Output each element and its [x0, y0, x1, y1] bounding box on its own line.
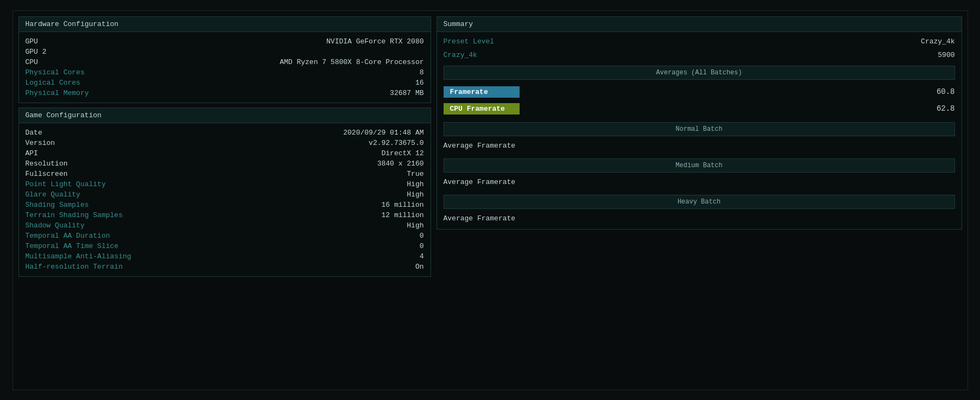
gpu2-row: GPU 2: [26, 47, 424, 57]
averages-bar: Averages (All Batches): [444, 66, 955, 80]
crazy4k-value: 5900: [938, 51, 954, 59]
crazy4k-label: Crazy_4k: [444, 51, 477, 59]
point-light-quality-row: Point Light Quality High: [26, 179, 424, 189]
cpu-framerate-value: 62.8: [937, 104, 955, 113]
msaa-label: Multisample Anti-Aliasing: [26, 252, 131, 261]
physical-memory-row: Physical Memory 32687 MB: [26, 88, 424, 98]
version-value: v2.92.73675.0: [369, 139, 423, 147]
msaa-row: Multisample Anti-Aliasing 4: [26, 251, 424, 262]
shading-samples-label: Shading Samples: [26, 201, 89, 209]
terrain-shading-samples-value: 12 million: [381, 211, 423, 219]
logical-cores-label: Logical Cores: [26, 79, 80, 87]
cpu-framerate-row: CPU Framerate 62.8: [444, 102, 955, 116]
glare-quality-value: High: [407, 191, 423, 199]
shadow-quality-row: Shadow Quality High: [26, 220, 424, 231]
physical-memory-value: 32687 MB: [390, 89, 423, 97]
left-panel: Hardware Configuration GPU NVIDIA GeForc…: [18, 16, 431, 384]
heavy-batch-avg-row: Average Framerate: [444, 212, 955, 225]
gpu-row: GPU NVIDIA GeForce RTX 2080: [26, 36, 424, 47]
medium-batch-label: Medium Batch: [675, 162, 722, 169]
temporal-aa-duration-label: Temporal AA Duration: [26, 232, 110, 240]
framerate-value: 60.8: [937, 87, 955, 96]
physical-cores-label: Physical Cores: [26, 68, 85, 77]
summary-header: Summary: [437, 17, 962, 32]
framerate-row: Framerate 60.8: [444, 85, 955, 99]
heavy-batch-avg-label: Average Framerate: [444, 214, 516, 223]
temporal-aa-duration-value: 0: [420, 232, 424, 240]
terrain-shading-samples-row: Terrain Shading Samples 12 million: [26, 210, 424, 220]
physical-memory-label: Physical Memory: [26, 89, 89, 97]
fullscreen-label: Fullscreen: [26, 170, 68, 178]
hardware-config-header: Hardware Configuration: [19, 17, 431, 32]
date-label: Date: [26, 129, 42, 137]
heavy-batch-bar: Heavy Batch: [444, 195, 955, 209]
framerate-label-box: Framerate: [444, 86, 520, 98]
temporal-aa-time-slice-value: 0: [420, 242, 424, 250]
api-row: API DirectX 12: [26, 148, 424, 158]
game-config-section: Game Configuration Date 2020/09/29 01:48…: [18, 107, 431, 277]
gpu-value: NVIDIA GeForce RTX 2080: [326, 37, 423, 46]
msaa-value: 4: [420, 252, 424, 261]
normal-batch-label: Normal Batch: [675, 125, 722, 133]
temporal-aa-time-slice-row: Temporal AA Time Slice 0: [26, 241, 424, 251]
fullscreen-row: Fullscreen True: [26, 169, 424, 179]
game-config-title: Game Configuration: [26, 111, 102, 119]
preset-level-value: Crazy_4k: [921, 37, 954, 46]
logical-cores-row: Logical Cores 16: [26, 78, 424, 88]
version-row: Version v2.92.73675.0: [26, 138, 424, 148]
physical-cores-row: Physical Cores 8: [26, 67, 424, 78]
cpu-value: AMD Ryzen 7 5800X 8-Core Processor: [280, 58, 423, 66]
temporal-aa-duration-row: Temporal AA Duration 0: [26, 231, 424, 241]
temporal-aa-time-slice-label: Temporal AA Time Slice: [26, 242, 119, 250]
date-value: 2020/09/29 01:48 AM: [343, 129, 423, 137]
right-panel: Summary Preset Level Crazy_4k Crazy_4k 5…: [437, 16, 962, 384]
glare-quality-label: Glare Quality: [26, 191, 80, 199]
game-config-header: Game Configuration: [19, 108, 431, 123]
medium-batch-avg-row: Average Framerate: [444, 176, 955, 188]
cpu-framerate-label-box: CPU Framerate: [444, 103, 520, 115]
api-label: API: [26, 149, 38, 157]
gpu2-label: GPU 2: [26, 48, 47, 56]
glare-quality-row: Glare Quality High: [26, 189, 424, 200]
api-value: DirectX 12: [381, 149, 423, 157]
date-row: Date 2020/09/29 01:48 AM: [26, 128, 424, 138]
normal-batch-bar: Normal Batch: [444, 122, 955, 136]
shadow-quality-label: Shadow Quality: [26, 221, 85, 230]
shadow-quality-value: High: [407, 221, 423, 230]
summary-section: Summary Preset Level Crazy_4k Crazy_4k 5…: [437, 16, 962, 230]
medium-batch-avg-label: Average Framerate: [444, 178, 516, 186]
hardware-config-title: Hardware Configuration: [26, 20, 119, 28]
crazy4k-row: Crazy_4k 5900: [444, 50, 955, 60]
half-res-terrain-value: On: [415, 263, 424, 271]
game-config-content: Date 2020/09/29 01:48 AM Version v2.92.7…: [19, 123, 431, 276]
normal-batch-avg-label: Average Framerate: [444, 142, 516, 150]
physical-cores-value: 8: [420, 68, 424, 77]
shading-samples-value: 16 million: [381, 201, 423, 209]
point-light-quality-label: Point Light Quality: [26, 180, 106, 188]
heavy-batch-label: Heavy Batch: [678, 198, 720, 206]
gpu-label: GPU: [26, 37, 38, 46]
cpu-row: CPU AMD Ryzen 7 5800X 8-Core Processor: [26, 57, 424, 67]
resolution-value: 3840 x 2160: [377, 160, 424, 168]
logical-cores-value: 16: [415, 79, 424, 87]
point-light-quality-value: High: [407, 180, 423, 188]
terrain-shading-samples-label: Terrain Shading Samples: [26, 211, 123, 219]
shading-samples-row: Shading Samples 16 million: [26, 200, 424, 210]
preset-level-label: Preset Level: [444, 37, 495, 46]
cpu-label: CPU: [26, 58, 38, 66]
normal-batch-avg-row: Average Framerate: [444, 139, 955, 152]
hardware-config-section: Hardware Configuration GPU NVIDIA GeForc…: [18, 16, 431, 103]
resolution-label: Resolution: [26, 160, 68, 168]
cpu-framerate-label: CPU Framerate: [450, 105, 505, 113]
half-res-terrain-label: Half-resolution Terrain: [26, 263, 123, 271]
summary-content: Preset Level Crazy_4k Crazy_4k 5900 Aver…: [437, 32, 962, 229]
half-res-terrain-row: Half-resolution Terrain On: [26, 262, 424, 272]
version-label: Version: [26, 139, 55, 147]
main-container: Hardware Configuration GPU NVIDIA GeForc…: [12, 10, 968, 390]
summary-title: Summary: [444, 20, 473, 28]
hardware-config-content: GPU NVIDIA GeForce RTX 2080 GPU 2 CPU AM…: [19, 32, 431, 103]
fullscreen-value: True: [407, 170, 423, 178]
resolution-row: Resolution 3840 x 2160: [26, 158, 424, 169]
preset-level-row: Preset Level Crazy_4k: [444, 36, 955, 47]
medium-batch-bar: Medium Batch: [444, 158, 955, 173]
